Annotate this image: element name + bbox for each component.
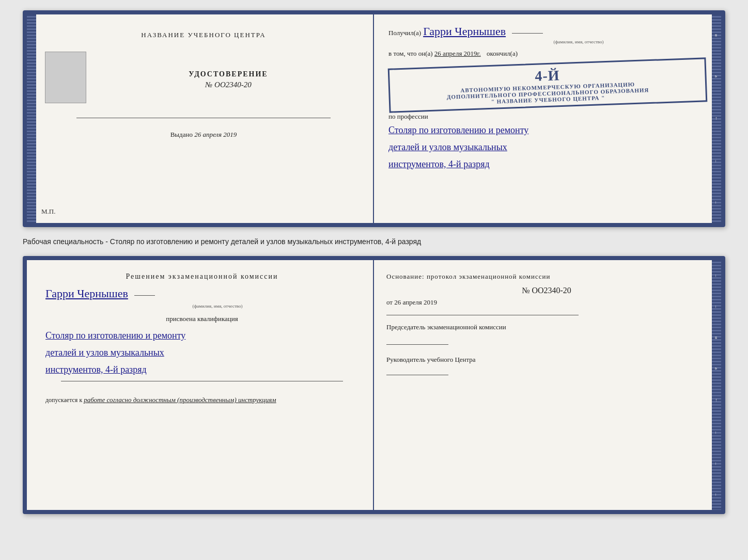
left-spine-decoration xyxy=(27,14,36,223)
po-professii-label: по профессии xyxy=(388,113,707,121)
qualification-line3: инструментов, 4-й разряд xyxy=(45,362,359,377)
institution-title: НАЗВАНИЕ УЧЕБНОГО ЦЕНТРА xyxy=(141,31,266,39)
fio-label-top: (фамилия, имя, отчество) xyxy=(450,39,707,44)
photo-placeholder xyxy=(45,52,86,103)
top-left-page: НАЗВАНИЕ УЧЕБНОГО ЦЕНТРА УДОСТОВЕРЕНИЕ №… xyxy=(27,14,374,223)
resheniem-title: Решением экзаменационной комиссии xyxy=(45,273,359,281)
ot-label: от xyxy=(386,298,393,306)
bottom-certificate-spread: Решением экзаменационной комиссии Гарри … xyxy=(23,256,725,514)
rukovoditel-signature-line xyxy=(386,375,448,375)
right-spine-bottom: – – и а ← – – – xyxy=(712,260,721,510)
profession-line1-top: Столяр по изготовлению и ремонту xyxy=(388,123,707,138)
rukovoditel-block: Руководитель учебного Центра xyxy=(386,355,707,364)
stamp-block: 4-й АВТОНОМНУЮ НЕКОММЕРЧЕСКУЮ ОРГАНИЗАЦИ… xyxy=(388,57,708,113)
top-certificate-spread: НАЗВАНИЕ УЧЕБНОГО ЦЕНТРА УДОСТОВЕРЕНИЕ №… xyxy=(23,10,725,227)
osnovanie-title: Основание: протокол экзаменационной коми… xyxy=(386,273,707,281)
qualification-line1: Столяр по изготовлению и ремонту xyxy=(45,328,359,343)
vydano-label: Выдано xyxy=(170,131,193,138)
chairman-label: Председатель экзаменационной комиссии xyxy=(386,323,506,331)
mp-label: М.П. xyxy=(41,207,55,216)
ot-date-line: от 26 апреля 2019 xyxy=(386,298,707,307)
chairman-signature-line xyxy=(386,344,448,345)
top-right-page: Получил(а) Гарри Чернышев (фамилия, имя,… xyxy=(374,14,721,223)
recipient-name-bottom: Гарри Чернышев xyxy=(45,287,128,300)
profession-line3-top: инструментов, 4-й разряд xyxy=(388,157,707,172)
dopuskaetsya-block: допускается к работе согласно должностны… xyxy=(45,396,359,404)
date-completed: 26 апреля 2019г. xyxy=(434,50,481,57)
bottom-name-block: Гарри Чернышев xyxy=(45,287,359,300)
dopuskaetsya-label: допускается к xyxy=(45,396,82,404)
caption-bar: Рабочая специальность - Столяр по изгото… xyxy=(23,235,725,248)
rukovoditel-label: Руководитель учебного Центра xyxy=(386,356,476,363)
bottom-right-page: Основание: протокол экзаменационной коми… xyxy=(374,260,721,510)
dopusk-value: работе согласно должностным (производств… xyxy=(84,396,276,404)
recipient-name-top: Гарри Чернышев xyxy=(423,25,506,38)
ot-date-value: 26 апреля 2019 xyxy=(394,298,437,306)
protocol-number: № OO2340-20 xyxy=(386,286,707,295)
okonchil-label: окончил(а) xyxy=(487,50,518,57)
profession-line2-top: деталей и узлов музыкальных xyxy=(388,140,707,155)
vydano-date: 26 апреля 2019 xyxy=(194,131,237,138)
chairman-block: Председатель экзаменационной комиссии xyxy=(386,323,707,332)
caption-text: Рабочая специальность - Столяр по изгото… xyxy=(23,237,421,246)
vydano-line: Выдано 26 апреля 2019 xyxy=(170,131,237,139)
vtom-label: в том, что он(а) xyxy=(388,50,433,57)
prisvoena-label: присвоена квалификация xyxy=(45,315,359,323)
bottom-left-page: Решением экзаменационной комиссии Гарри … xyxy=(27,260,374,510)
fio-label-bottom: (фамилия, имя, отчество) xyxy=(76,303,359,309)
qualification-line2: деталей и узлов музыкальных xyxy=(45,345,359,360)
document-number: № OO2340-20 xyxy=(205,81,252,89)
right-spine-top: и а ← – – xyxy=(712,14,721,223)
poluchil-label: Получил(а) xyxy=(388,29,421,37)
document-type-label: УДОСТОВЕРЕНИЕ xyxy=(189,70,268,78)
